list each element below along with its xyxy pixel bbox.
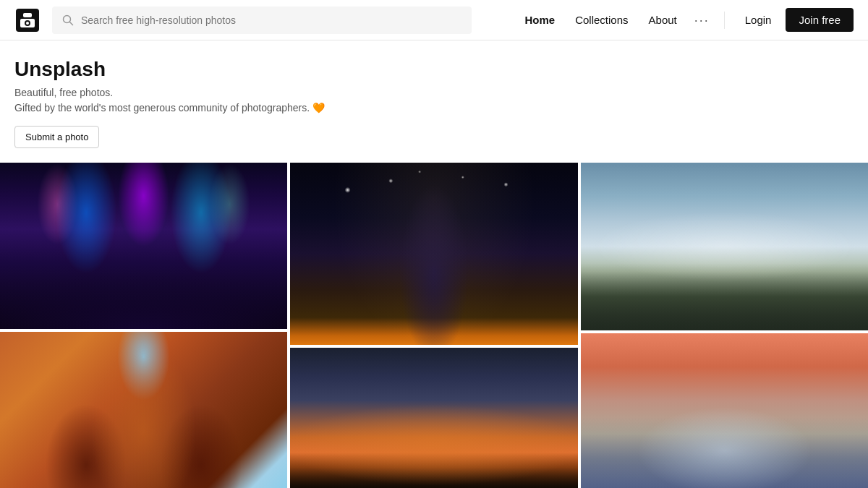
nav-collections[interactable]: Collections: [566, 9, 637, 30]
photo-col-3: [581, 163, 868, 488]
search-input[interactable]: [81, 14, 461, 26]
nav-divider: [724, 12, 725, 29]
photo-dusk-mountains[interactable]: [290, 348, 577, 488]
site-header: Home Collections About ··· Login Join fr…: [0, 0, 868, 40]
main-nav: Home Collections About ··· Login Join fr…: [516, 8, 854, 32]
photo-canyon[interactable]: [0, 332, 287, 488]
join-button[interactable]: Join free: [786, 8, 854, 32]
photo-landscape[interactable]: [581, 163, 868, 330]
site-title: Unsplash: [14, 58, 854, 81]
svg-line-6: [70, 22, 73, 25]
nav-about[interactable]: About: [640, 9, 686, 30]
photo-col-2: [290, 163, 577, 488]
nav-more[interactable]: ···: [689, 9, 715, 31]
photo-misty-lake[interactable]: [581, 333, 868, 488]
photo-concert[interactable]: [0, 163, 287, 329]
search-icon: [62, 14, 74, 26]
logo-area[interactable]: [14, 7, 41, 33]
hero-section: Unsplash Beautiful, free photos. Gifted …: [0, 40, 868, 160]
search-bar[interactable]: [52, 7, 472, 34]
photo-col-1: [0, 163, 287, 488]
login-button[interactable]: Login: [733, 9, 783, 31]
tagline-line2: Gifted by the world's most generous comm…: [14, 100, 854, 116]
photo-grid: [0, 160, 868, 488]
svg-rect-1: [23, 13, 32, 17]
tagline-line1: Beautiful, free photos.: [14, 85, 854, 100]
submit-photo-button[interactable]: Submit a photo: [14, 126, 99, 148]
photo-milkyway[interactable]: [290, 163, 577, 345]
nav-home[interactable]: Home: [516, 9, 563, 30]
logo-icon: [14, 7, 41, 33]
svg-point-4: [26, 22, 29, 25]
